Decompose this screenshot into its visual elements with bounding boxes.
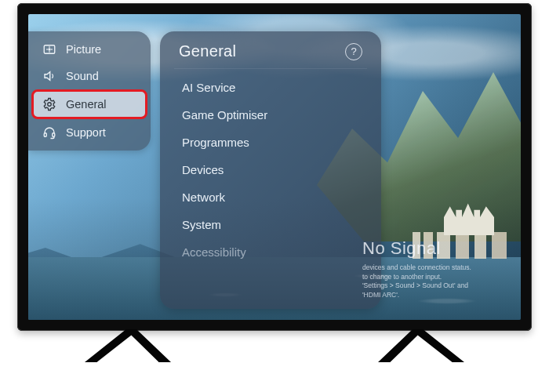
sidebar-item-label: Picture: [66, 43, 101, 56]
tv-stand-right: [378, 329, 464, 362]
settings-sidebar: Picture Sound General: [28, 31, 151, 151]
svg-point-1: [48, 48, 50, 50]
no-signal-line: to change to another input.: [362, 273, 513, 281]
submenu-item-label: Devices: [182, 163, 224, 176]
tv-stand-left: [85, 329, 171, 362]
bg-village: [413, 232, 507, 259]
svg-rect-8: [53, 133, 55, 137]
submenu-item-ai-service[interactable]: AI Service: [171, 74, 370, 101]
submenu-item-label: Programmes: [182, 136, 249, 149]
submenu-item-network[interactable]: Network: [171, 183, 370, 211]
tv-screen: Picture Sound General: [28, 14, 521, 320]
sound-icon: [42, 69, 56, 83]
submenu-item-label: Network: [182, 191, 225, 204]
submenu-item-system[interactable]: System: [171, 211, 370, 238]
submenu-item-label: Game Optimiser: [182, 108, 267, 122]
bg-castle: [444, 199, 494, 235]
sidebar-item-label: Sound: [66, 70, 99, 82]
no-signal-overlay: No Signal devices and cable connection s…: [362, 238, 513, 299]
sidebar-item-label: General: [66, 98, 107, 111]
submenu-item-accessibility[interactable]: Accessibility: [171, 238, 370, 266]
svg-rect-7: [44, 133, 46, 137]
divider: [174, 68, 367, 69]
submenu-header: General ?: [171, 38, 370, 68]
no-signal-body: devices and cable connection status. to …: [362, 263, 513, 299]
no-signal-line: 'Settings > Sound > Sound Out' and: [362, 281, 513, 290]
sidebar-item-general[interactable]: General: [33, 91, 146, 118]
submenu-item-game-optimiser[interactable]: Game Optimiser: [171, 101, 370, 129]
submenu-item-devices[interactable]: Devices: [171, 156, 370, 183]
no-signal-line: 'HDMI ARC'.: [362, 291, 513, 299]
help-icon: ?: [351, 46, 356, 56]
no-signal-line: devices and cable connection status.: [362, 263, 513, 272]
submenu-item-programmes[interactable]: Programmes: [171, 129, 370, 156]
submenu-item-label: Accessibility: [182, 245, 246, 259]
submenu-item-label: AI Service: [182, 81, 235, 94]
submenu-panel: General ? AI Service Game Optimiser Prog…: [160, 31, 381, 309]
svg-point-6: [48, 103, 52, 107]
submenu-item-label: System: [182, 218, 221, 231]
sidebar-item-support[interactable]: Support: [28, 119, 151, 146]
submenu-title: General: [179, 42, 236, 60]
sidebar-item-sound[interactable]: Sound: [28, 63, 151, 89]
tv-frame: Picture Sound General: [17, 3, 532, 331]
sidebar-item-label: Support: [66, 126, 106, 139]
no-signal-title: No Signal: [362, 238, 513, 259]
help-button[interactable]: ?: [345, 43, 362, 60]
sidebar-item-picture[interactable]: Picture: [28, 36, 151, 63]
gear-icon: [42, 97, 56, 111]
headset-icon: [42, 125, 56, 140]
picture-icon: [42, 42, 56, 56]
